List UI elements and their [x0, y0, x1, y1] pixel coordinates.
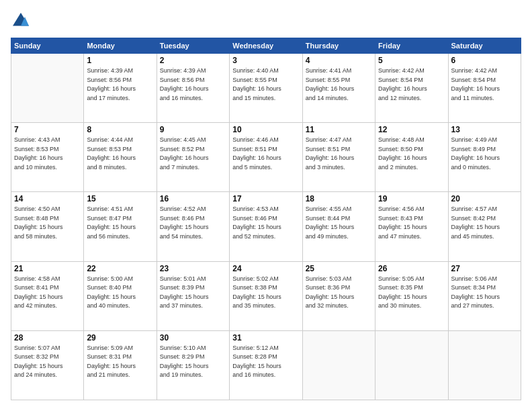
calendar-cell: 6Sunrise: 4:42 AM Sunset: 8:54 PM Daylig…: [448, 54, 521, 123]
day-number: 21: [14, 264, 81, 273]
day-info: Sunrise: 4:51 AM Sunset: 8:47 PM Dayligh…: [87, 205, 153, 241]
day-info: Sunrise: 5:12 AM Sunset: 8:28 PM Dayligh…: [232, 344, 299, 380]
day-info: Sunrise: 4:47 AM Sunset: 8:51 PM Dayligh…: [306, 136, 372, 172]
day-info: Sunrise: 5:00 AM Sunset: 8:40 PM Dayligh…: [87, 275, 153, 311]
calendar-cell: 13Sunrise: 4:49 AM Sunset: 8:49 PM Dayli…: [448, 123, 521, 192]
day-number: 29: [87, 333, 153, 342]
day-number: 1: [87, 56, 153, 65]
calendar-cell: 22Sunrise: 5:00 AM Sunset: 8:40 PM Dayli…: [84, 261, 157, 330]
calendar-week-3: 14Sunrise: 4:50 AM Sunset: 8:48 PM Dayli…: [11, 192, 521, 261]
calendar-week-5: 28Sunrise: 5:07 AM Sunset: 8:32 PM Dayli…: [11, 330, 521, 400]
day-info: Sunrise: 4:45 AM Sunset: 8:52 PM Dayligh…: [160, 136, 226, 172]
calendar-cell: 2Sunrise: 4:39 AM Sunset: 8:56 PM Daylig…: [157, 54, 229, 123]
day-number: 10: [232, 125, 299, 134]
logo-icon: [11, 11, 31, 31]
day-info: Sunrise: 4:58 AM Sunset: 8:41 PM Dayligh…: [14, 275, 81, 311]
day-number: 6: [451, 56, 518, 65]
day-header-saturday: Saturday: [448, 38, 521, 54]
day-header-monday: Monday: [84, 38, 157, 54]
calendar-week-2: 7Sunrise: 4:43 AM Sunset: 8:53 PM Daylig…: [11, 123, 521, 192]
day-info: Sunrise: 4:50 AM Sunset: 8:48 PM Dayligh…: [14, 205, 81, 241]
day-number: 3: [232, 56, 299, 65]
calendar-cell: 25Sunrise: 5:03 AM Sunset: 8:36 PM Dayli…: [302, 261, 375, 330]
calendar-cell: 15Sunrise: 4:51 AM Sunset: 8:47 PM Dayli…: [84, 192, 157, 261]
day-number: 8: [87, 125, 153, 134]
day-info: Sunrise: 4:49 AM Sunset: 8:49 PM Dayligh…: [451, 136, 518, 172]
calendar-cell: 20Sunrise: 4:57 AM Sunset: 8:42 PM Dayli…: [448, 192, 521, 261]
calendar-cell: 21Sunrise: 4:58 AM Sunset: 8:41 PM Dayli…: [11, 261, 84, 330]
page: SundayMondayTuesdayWednesdayThursdayFrid…: [0, 0, 532, 411]
day-number: 22: [87, 264, 153, 273]
day-header-tuesday: Tuesday: [157, 38, 229, 54]
day-header-friday: Friday: [375, 38, 448, 54]
logo: [11, 11, 34, 31]
day-info: Sunrise: 4:39 AM Sunset: 8:56 PM Dayligh…: [87, 66, 153, 103]
calendar-header-row: SundayMondayTuesdayWednesdayThursdayFrid…: [11, 38, 521, 54]
day-number: 25: [306, 264, 372, 273]
day-info: Sunrise: 4:57 AM Sunset: 8:42 PM Dayligh…: [451, 205, 518, 241]
header: [11, 11, 521, 31]
calendar-cell: 14Sunrise: 4:50 AM Sunset: 8:48 PM Dayli…: [11, 192, 84, 261]
day-info: Sunrise: 5:03 AM Sunset: 8:36 PM Dayligh…: [306, 275, 372, 311]
day-info: Sunrise: 4:39 AM Sunset: 8:56 PM Dayligh…: [160, 66, 226, 103]
calendar-cell: 30Sunrise: 5:10 AM Sunset: 8:29 PM Dayli…: [157, 330, 229, 400]
calendar-week-4: 21Sunrise: 4:58 AM Sunset: 8:41 PM Dayli…: [11, 261, 521, 330]
day-number: 12: [378, 125, 445, 134]
day-info: Sunrise: 4:42 AM Sunset: 8:54 PM Dayligh…: [451, 66, 518, 103]
day-number: 14: [14, 194, 81, 203]
calendar-table: SundayMondayTuesdayWednesdayThursdayFrid…: [11, 38, 521, 400]
calendar-cell: [375, 330, 448, 400]
day-info: Sunrise: 5:07 AM Sunset: 8:32 PM Dayligh…: [14, 344, 81, 380]
day-number: 24: [232, 264, 299, 273]
day-info: Sunrise: 5:10 AM Sunset: 8:29 PM Dayligh…: [160, 344, 226, 380]
calendar-cell: 24Sunrise: 5:02 AM Sunset: 8:38 PM Dayli…: [230, 261, 302, 330]
calendar-cell: 28Sunrise: 5:07 AM Sunset: 8:32 PM Dayli…: [11, 330, 84, 400]
calendar-cell: 19Sunrise: 4:56 AM Sunset: 8:43 PM Dayli…: [375, 192, 448, 261]
calendar-cell: 18Sunrise: 4:55 AM Sunset: 8:44 PM Dayli…: [302, 192, 375, 261]
calendar-cell: 11Sunrise: 4:47 AM Sunset: 8:51 PM Dayli…: [302, 123, 375, 192]
day-number: 9: [160, 125, 226, 134]
calendar-cell: 5Sunrise: 4:42 AM Sunset: 8:54 PM Daylig…: [375, 54, 448, 123]
day-info: Sunrise: 4:48 AM Sunset: 8:50 PM Dayligh…: [378, 136, 445, 172]
day-info: Sunrise: 5:06 AM Sunset: 8:34 PM Dayligh…: [451, 275, 518, 311]
day-info: Sunrise: 5:01 AM Sunset: 8:39 PM Dayligh…: [160, 275, 226, 311]
day-info: Sunrise: 4:43 AM Sunset: 8:53 PM Dayligh…: [14, 136, 81, 172]
calendar-cell: 27Sunrise: 5:06 AM Sunset: 8:34 PM Dayli…: [448, 261, 521, 330]
day-info: Sunrise: 4:42 AM Sunset: 8:54 PM Dayligh…: [378, 66, 445, 103]
calendar-cell: 16Sunrise: 4:52 AM Sunset: 8:46 PM Dayli…: [157, 192, 229, 261]
day-info: Sunrise: 5:02 AM Sunset: 8:38 PM Dayligh…: [232, 275, 299, 311]
day-number: 31: [232, 333, 299, 342]
day-header-wednesday: Wednesday: [230, 38, 302, 54]
calendar-cell: 7Sunrise: 4:43 AM Sunset: 8:53 PM Daylig…: [11, 123, 84, 192]
calendar-cell: 3Sunrise: 4:40 AM Sunset: 8:55 PM Daylig…: [230, 54, 302, 123]
day-number: 2: [160, 56, 226, 65]
day-number: 7: [14, 125, 81, 134]
day-number: 16: [160, 194, 226, 203]
day-info: Sunrise: 4:40 AM Sunset: 8:55 PM Dayligh…: [232, 66, 299, 103]
calendar-cell: 26Sunrise: 5:05 AM Sunset: 8:35 PM Dayli…: [375, 261, 448, 330]
day-number: 13: [451, 125, 518, 134]
day-info: Sunrise: 4:41 AM Sunset: 8:55 PM Dayligh…: [306, 66, 372, 103]
day-number: 15: [87, 194, 153, 203]
day-number: 27: [451, 264, 518, 273]
day-info: Sunrise: 4:44 AM Sunset: 8:53 PM Dayligh…: [87, 136, 153, 172]
day-header-sunday: Sunday: [11, 38, 84, 54]
day-info: Sunrise: 4:56 AM Sunset: 8:43 PM Dayligh…: [378, 205, 445, 241]
day-header-thursday: Thursday: [302, 38, 375, 54]
day-info: Sunrise: 5:05 AM Sunset: 8:35 PM Dayligh…: [378, 275, 445, 311]
calendar-cell: 17Sunrise: 4:53 AM Sunset: 8:46 PM Dayli…: [230, 192, 302, 261]
day-info: Sunrise: 4:55 AM Sunset: 8:44 PM Dayligh…: [306, 205, 372, 241]
day-number: 26: [378, 264, 445, 273]
day-number: 28: [14, 333, 81, 342]
day-number: 5: [378, 56, 445, 65]
day-number: 11: [306, 125, 372, 134]
day-number: 18: [306, 194, 372, 203]
day-info: Sunrise: 5:09 AM Sunset: 8:31 PM Dayligh…: [87, 344, 153, 380]
day-number: 4: [306, 56, 372, 65]
calendar-cell: [302, 330, 375, 400]
calendar-cell: 23Sunrise: 5:01 AM Sunset: 8:39 PM Dayli…: [157, 261, 229, 330]
day-number: 19: [378, 194, 445, 203]
calendar-cell: 29Sunrise: 5:09 AM Sunset: 8:31 PM Dayli…: [84, 330, 157, 400]
calendar-cell: 10Sunrise: 4:46 AM Sunset: 8:51 PM Dayli…: [230, 123, 302, 192]
calendar-cell: [11, 54, 84, 123]
